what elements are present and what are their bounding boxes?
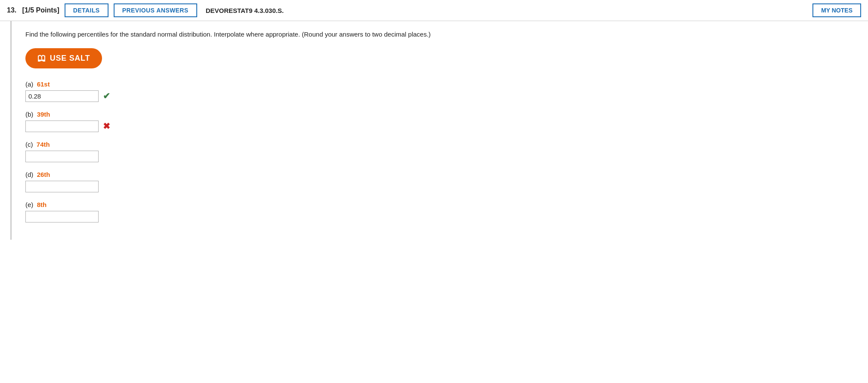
part-a-letter: (a) — [25, 80, 33, 88]
part-c-input-row — [25, 151, 854, 162]
part-b-group: (b) 39th✖ — [25, 111, 854, 132]
part-e-letter: (e) — [25, 201, 33, 208]
salt-button-label: USE SALT — [50, 54, 90, 63]
use-salt-button[interactable]: 🕮 USE SALT — [25, 48, 102, 68]
part-a-correct-icon: ✔ — [103, 91, 110, 101]
part-a-group: (a) 61st✔ — [25, 80, 854, 102]
details-button[interactable]: DETAILS — [65, 3, 108, 17]
header-bar: 13. [1/5 Points] DETAILS PREVIOUS ANSWER… — [0, 0, 868, 21]
part-e-label: (e) 8th — [25, 201, 854, 208]
part-d-label: (d) 26th — [25, 171, 854, 178]
part-c-group: (c) 74th — [25, 141, 854, 162]
salt-icon: 🕮 — [37, 53, 46, 63]
my-notes-button[interactable]: MY NOTES — [812, 3, 861, 17]
parts-container: (a) 61st✔(b) 39th✖(c) 74th(d) 26th(e) 8t… — [25, 80, 854, 222]
part-c-ordinal: 74th — [37, 141, 50, 148]
part-d-letter: (d) — [25, 171, 33, 178]
part-b-letter: (b) — [25, 111, 33, 118]
part-a-input[interactable] — [25, 90, 99, 102]
part-d-input-row — [25, 181, 854, 192]
part-d-input[interactable] — [25, 181, 99, 192]
points-text: [1/5 Points] — [22, 6, 59, 14]
part-d-ordinal: 26th — [37, 171, 50, 178]
part-a-input-row: ✔ — [25, 90, 854, 102]
part-a-ordinal: 61st — [37, 80, 50, 88]
part-b-input[interactable] — [25, 120, 99, 132]
part-e-input[interactable] — [25, 211, 99, 222]
question-text: Find the following percentiles for the s… — [25, 30, 854, 40]
part-b-input-row: ✖ — [25, 120, 854, 132]
part-d-group: (d) 26th — [25, 171, 854, 192]
content-area: Find the following percentiles for the s… — [10, 21, 868, 240]
part-b-label: (b) 39th — [25, 111, 854, 118]
part-c-letter: (c) — [25, 141, 33, 148]
part-c-label: (c) 74th — [25, 141, 854, 148]
problem-code: DEVORESTAT9 4.3.030.S. — [206, 7, 807, 14]
question-number-text: 13. — [7, 6, 16, 14]
part-b-incorrect-icon: ✖ — [103, 121, 110, 131]
part-e-input-row — [25, 211, 854, 222]
part-a-label: (a) 61st — [25, 80, 854, 88]
question-number: 13. [1/5 Points] — [7, 6, 59, 14]
part-b-ordinal: 39th — [37, 111, 50, 118]
part-e-ordinal: 8th — [37, 201, 47, 208]
part-c-input[interactable] — [25, 151, 99, 162]
part-e-group: (e) 8th — [25, 201, 854, 222]
previous-answers-button[interactable]: PREVIOUS ANSWERS — [114, 3, 197, 17]
